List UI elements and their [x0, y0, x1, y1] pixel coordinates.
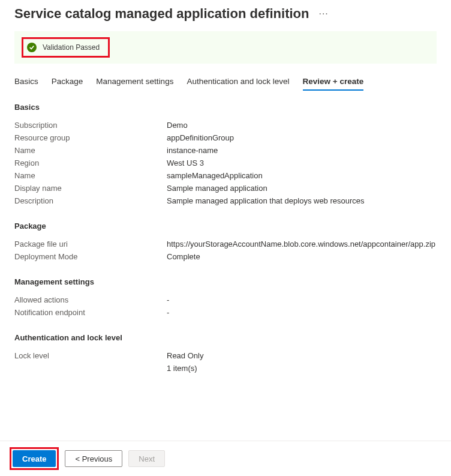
kv-key: Region [14, 158, 167, 167]
previous-button[interactable]: < Previous [65, 450, 122, 467]
page-title: Service catalog managed application defi… [14, 6, 309, 22]
footer: Create < Previous Next [0, 441, 451, 476]
tab-basics[interactable]: Basics [14, 77, 38, 91]
section-title-auth: Authentication and lock level [14, 333, 437, 342]
next-button[interactable]: Next [128, 450, 165, 467]
kv-val: 1 item(s) [167, 364, 437, 373]
kv-key: Allowed actions [14, 295, 167, 304]
section-title-management: Management settings [14, 277, 437, 286]
kv-key [14, 364, 167, 373]
content: Basics SubscriptionDemo Resource groupap… [0, 91, 451, 437]
section-management: Management settings Allowed actions- Not… [14, 277, 437, 319]
section-package: Package Package file urihttps://yourStor… [14, 221, 437, 263]
kv-row: Package file urihttps://yourStorageAccou… [14, 238, 437, 250]
kv-val: - [167, 308, 437, 317]
kv-row: Resource groupappDefinitionGroup [14, 131, 437, 144]
section-basics: Basics SubscriptionDemo Resource groupap… [14, 103, 437, 207]
kv-key: Name [14, 171, 167, 180]
kv-val: instance-name [167, 146, 437, 155]
more-icon[interactable]: ··· [318, 8, 328, 19]
kv-row: SubscriptionDemo [14, 119, 437, 131]
section-title-package: Package [14, 221, 437, 230]
kv-row: Deployment ModeComplete [14, 250, 437, 263]
kv-val: Sample managed application [167, 184, 437, 193]
kv-val: sampleManagedApplication [167, 171, 437, 180]
tab-package[interactable]: Package [52, 77, 83, 91]
kv-row: Allowed actions- [14, 294, 437, 306]
kv-row: RegionWest US 3 [14, 157, 437, 169]
kv-key: Notification endpoint [14, 308, 167, 317]
kv-val: Demo [167, 121, 437, 130]
section-auth: Authentication and lock level Lock level… [14, 333, 437, 375]
kv-row: Lock levelRead Only [14, 349, 437, 362]
validation-banner: Validation Passed [14, 31, 437, 64]
check-circle-icon [27, 43, 37, 52]
kv-key: Display name [14, 184, 167, 193]
kv-val: West US 3 [167, 158, 437, 167]
validation-message: Validation Passed [43, 43, 100, 52]
page-header: Service catalog managed application defi… [0, 0, 451, 26]
kv-row: Nameinstance-name [14, 144, 437, 157]
kv-key: Deployment Mode [14, 252, 167, 261]
kv-row: 1 item(s) [14, 362, 437, 375]
tab-management-settings[interactable]: Management settings [96, 77, 173, 91]
kv-val: Read Only [167, 351, 437, 360]
kv-val: - [167, 295, 437, 304]
kv-row: DescriptionSample managed application th… [14, 194, 437, 207]
tabs: Basics Package Management settings Authe… [0, 71, 451, 91]
validation-highlight: Validation Passed [22, 37, 110, 58]
kv-row: Display nameSample managed application [14, 182, 437, 194]
create-button[interactable]: Create [13, 450, 56, 467]
kv-val: Sample managed application that deploys … [167, 196, 437, 205]
kv-key: Subscription [14, 121, 167, 130]
kv-key: Name [14, 146, 167, 155]
kv-key: Description [14, 196, 167, 205]
kv-val: https://yourStorageAccountName.blob.core… [167, 240, 437, 249]
kv-val: Complete [167, 252, 437, 261]
kv-key: Lock level [14, 351, 167, 360]
kv-key: Resource group [14, 133, 167, 142]
create-button-highlight: Create [10, 447, 59, 470]
tab-authentication[interactable]: Authentication and lock level [187, 77, 289, 91]
section-title-basics: Basics [14, 103, 437, 112]
kv-row: NamesampleManagedApplication [14, 169, 437, 182]
kv-val: appDefinitionGroup [167, 133, 437, 142]
kv-row: Notification endpoint- [14, 306, 437, 319]
tab-review-create[interactable]: Review + create [303, 77, 364, 91]
kv-key: Package file uri [14, 240, 167, 249]
